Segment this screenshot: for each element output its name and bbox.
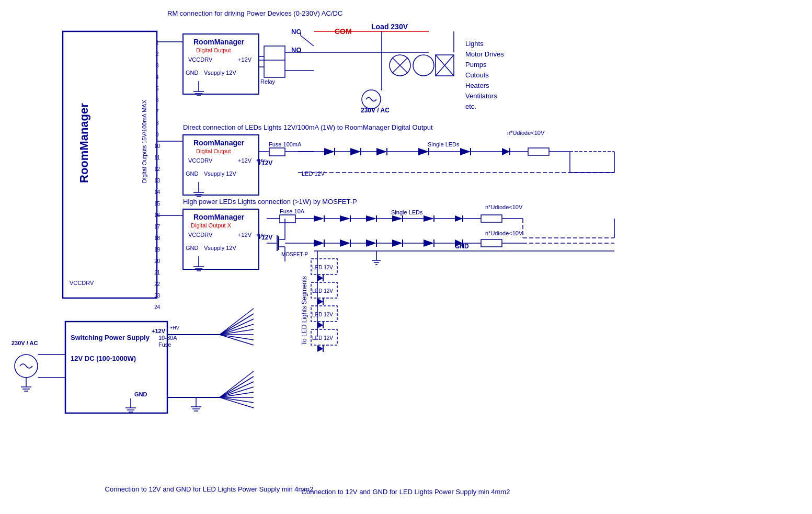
plus-hv-2: +HV — [256, 233, 266, 238]
rm2-gnd: GND — [186, 170, 199, 177]
lights-label: Lights — [465, 40, 484, 48]
rm3-plus12v: +12V — [238, 232, 252, 238]
vccdrv-main-label: VCCDRV — [70, 280, 94, 286]
svg-marker-135 — [317, 275, 323, 281]
svg-marker-138 — [317, 298, 323, 305]
svg-line-168 — [220, 376, 254, 397]
nc-label: NC — [291, 28, 301, 36]
pin-15: 15 — [154, 201, 161, 207]
connection-note-centered: Connection to 12V and GND for LED Lights… — [302, 488, 510, 496]
n-udiode-3: n*Udiode<10V — [485, 230, 523, 236]
svg-rect-125 — [481, 239, 502, 247]
ps-dc-label: 12V DC (100-1000W) — [71, 355, 136, 362]
pin-4: 4 — [156, 74, 159, 80]
svg-line-174 — [220, 397, 254, 408]
plus-hv-ps: +HV — [170, 325, 179, 330]
rm2-plus12v: +12V — [238, 157, 252, 164]
single-leds-1: Single LEDs — [428, 141, 460, 147]
pin-19: 19 — [154, 247, 161, 253]
svg-marker-116 — [392, 239, 403, 247]
pin-14: 14 — [154, 189, 161, 195]
svg-marker-98 — [455, 215, 463, 222]
n-udiode-2: n*Udiode<10V — [485, 204, 523, 210]
rm1-vccdrv: VCCDRV — [188, 56, 213, 63]
pin-6: 6 — [156, 97, 159, 103]
svg-rect-146 — [270, 309, 280, 376]
rm2-digital-output: Digital Output — [196, 148, 231, 154]
svg-line-166 — [220, 335, 254, 345]
pin-11: 11 — [154, 155, 161, 161]
svg-rect-8 — [264, 46, 285, 77]
led12v-1: LED 12V — [312, 265, 333, 270]
svg-line-165 — [220, 335, 254, 340]
led12v-3: LED 12V — [312, 312, 333, 317]
rm1-gnd: GND — [186, 70, 199, 76]
n-udiode-1: n*Udiode<10V — [507, 130, 545, 136]
voltage-ac-2: 230V / AC — [12, 340, 38, 346]
pin-17: 17 — [154, 224, 161, 230]
svg-marker-89 — [366, 215, 376, 222]
svg-rect-71 — [280, 215, 295, 223]
plus12v-ps-label: +12V — [152, 328, 166, 334]
pin-7: 7 — [156, 109, 159, 115]
rm1-label: RoomManager — [193, 38, 245, 46]
rm3-digital-output-x: Digital Output X — [191, 222, 232, 229]
pin-22: 22 — [154, 281, 161, 287]
rm2-vsupply: Vsupply 12V — [204, 170, 236, 177]
pumps-label: Pumps — [465, 61, 487, 68]
rm3-gnd: GND — [186, 245, 199, 251]
rm1-plus12v: +12V — [238, 56, 252, 63]
svg-marker-113 — [366, 239, 376, 247]
led-connection-title: Direct connection of LEDs Lights 12V/100… — [183, 123, 433, 131]
cutouts-label: Cutouts — [465, 71, 489, 79]
switching-ps-label: Switching Power Supply — [71, 334, 150, 341]
svg-rect-60 — [528, 148, 549, 155]
svg-marker-52 — [460, 148, 471, 155]
pin-20: 20 — [154, 258, 161, 264]
rm1-vsupply: Vsupply 12V — [204, 70, 236, 76]
main-roommanager-label: RoomManager — [77, 103, 90, 183]
svg-line-173 — [220, 397, 254, 403]
led12v-section2: LED 12V — [302, 170, 325, 177]
svg-line-162 — [220, 324, 254, 335]
fuse-100ma-label: Fuse 100mA — [269, 141, 302, 147]
svg-marker-141 — [317, 322, 323, 328]
svg-marker-48 — [418, 148, 429, 155]
digital-outputs-label: Digital Outputs 15V/100mA MAX — [141, 99, 147, 183]
etc-label: etc. — [465, 102, 476, 110]
svg-marker-38 — [324, 148, 335, 155]
svg-marker-92 — [392, 215, 403, 222]
ps-fuse2-label: Fuse — [158, 341, 171, 348]
svg-rect-101 — [481, 215, 502, 222]
svg-line-16 — [301, 36, 314, 46]
svg-marker-45 — [376, 148, 387, 155]
svg-marker-110 — [340, 239, 350, 247]
led12v-2: LED 12V — [312, 288, 333, 294]
rm2-vccdrv: VCCDRV — [188, 157, 213, 164]
svg-marker-86 — [340, 215, 350, 222]
heaters-label: Heaters — [465, 82, 489, 89]
svg-marker-83 — [314, 215, 324, 222]
pin-21: 21 — [154, 270, 161, 276]
pin-10: 10 — [154, 143, 161, 149]
connection-note: Connection to 12V and GND for LED Lights… — [105, 485, 314, 493]
svg-point-20 — [413, 55, 434, 76]
rm3-vccdrv: VCCDRV — [188, 232, 213, 238]
single-leds-2: Single LEDs — [391, 209, 423, 215]
rm3-label: RoomManager — [193, 213, 245, 221]
motor-drives-label: Motor Drives — [465, 50, 504, 58]
gnd-section3: GND — [455, 243, 469, 250]
to-led-lights-label: To LED Lights Segments — [301, 276, 308, 345]
pin-2: 2 — [156, 51, 159, 57]
high-power-title: High power LEDs Lights connection (>1W) … — [183, 198, 357, 205]
pin-8: 8 — [156, 120, 159, 126]
pin-13: 13 — [154, 178, 161, 184]
svg-marker-144 — [317, 345, 323, 352]
svg-marker-56 — [502, 148, 510, 155]
pin-3: 3 — [156, 63, 159, 68]
svg-rect-34 — [269, 148, 285, 156]
pin-12: 12 — [154, 166, 161, 172]
pin-9: 9 — [156, 132, 159, 138]
pin-18: 18 — [154, 235, 161, 241]
svg-line-170 — [220, 387, 254, 397]
